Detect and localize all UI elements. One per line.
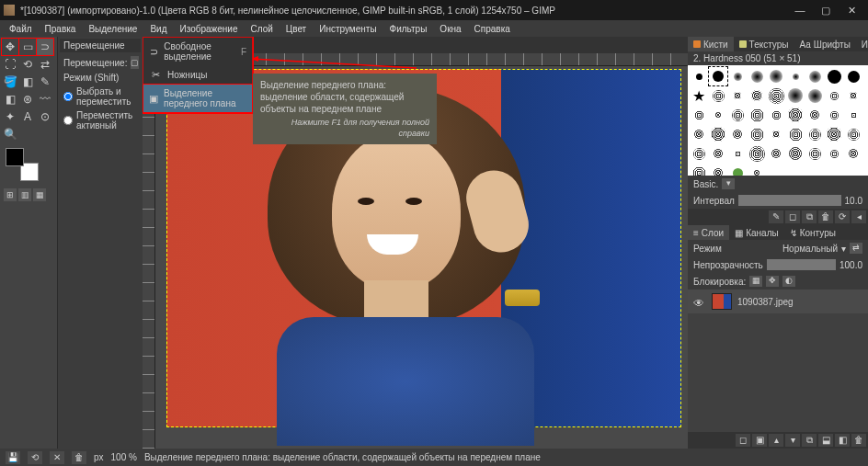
tool-move[interactable]: ✥ <box>2 39 18 55</box>
brush-cell[interactable] <box>844 67 862 85</box>
brush-refresh-icon[interactable]: ⟳ <box>835 210 850 223</box>
interval-slider[interactable] <box>738 195 841 206</box>
menu-file[interactable]: Файл <box>4 22 38 36</box>
tool-eraser[interactable]: ◧ <box>2 91 18 108</box>
brush-cell[interactable] <box>805 106 824 124</box>
brush-cell[interactable] <box>767 67 785 85</box>
brush-cell[interactable] <box>690 164 708 176</box>
tooloptions-tab-icon[interactable]: ⊞ <box>4 188 17 201</box>
brush-cell[interactable] <box>728 164 747 176</box>
brush-cell[interactable] <box>690 86 708 105</box>
layer-visibility-icon[interactable]: 👁 <box>693 297 706 306</box>
brush-cell[interactable] <box>825 144 843 163</box>
flyout-scissors[interactable]: ✂Ножницы <box>143 65 252 85</box>
tab-patterns[interactable]: Текстуры <box>734 37 794 51</box>
brush-cell[interactable] <box>767 106 785 124</box>
tool-rect-select[interactable]: ▭ <box>19 39 36 55</box>
brush-cell[interactable] <box>844 86 862 105</box>
fg-color[interactable] <box>6 148 24 166</box>
tool-pencil[interactable]: ✎ <box>37 74 53 90</box>
close-button[interactable]: ✕ <box>839 2 864 18</box>
lock-pos-icon[interactable]: ✥ <box>766 276 779 287</box>
status-close-icon[interactable]: ✕ <box>50 451 64 464</box>
tool-flip[interactable]: ⇄ <box>37 56 53 73</box>
brush-edit-icon[interactable]: ✎ <box>769 210 783 223</box>
tool-free-select[interactable]: ⊃ <box>37 39 53 55</box>
layer-name[interactable]: 1090387.jpeg <box>737 297 794 307</box>
layer-down-icon[interactable]: ▾ <box>785 434 800 447</box>
brush-cell[interactable] <box>805 125 824 143</box>
brush-cell[interactable] <box>767 144 785 163</box>
status-revert-icon[interactable]: ⟲ <box>28 451 42 464</box>
mode-chevron-icon[interactable]: ▾ <box>841 244 846 254</box>
brush-cell[interactable] <box>825 86 843 105</box>
brush-cell[interactable] <box>844 144 862 163</box>
brush-cell[interactable] <box>825 106 843 124</box>
menu-tools[interactable]: Инструменты <box>314 22 382 36</box>
brush-cell[interactable] <box>690 125 708 143</box>
tool-gradient[interactable]: ◧ <box>19 74 36 90</box>
brush-cell[interactable] <box>728 106 747 124</box>
brush-cell[interactable] <box>748 144 766 163</box>
status-unit[interactable]: px <box>94 452 104 462</box>
tab-brushes[interactable]: Кисти <box>688 37 734 51</box>
tool-text[interactable]: A <box>19 108 36 125</box>
brush-cell[interactable] <box>748 164 766 176</box>
brush-cell[interactable] <box>728 144 747 163</box>
brush-cell[interactable] <box>786 86 805 105</box>
layer-merge-icon[interactable]: ⬓ <box>818 434 833 447</box>
tab-layers[interactable]: ≡Слои <box>688 225 729 240</box>
brush-cell[interactable] <box>709 67 727 85</box>
menu-filters[interactable]: Фильтры <box>384 22 433 36</box>
brush-new-icon[interactable]: ◻ <box>785 210 800 223</box>
tab-fonts[interactable]: AaШрифты <box>794 37 856 51</box>
tool-path[interactable]: ✦ <box>2 108 18 125</box>
brush-cell[interactable] <box>728 125 747 143</box>
tab-paths[interactable]: ↯Контуры <box>784 225 841 240</box>
layer-group-icon[interactable]: ▣ <box>752 434 767 447</box>
tool-rotate[interactable]: ⟲ <box>19 56 36 73</box>
move-layer-icon[interactable]: ▢ <box>131 56 139 69</box>
menu-view[interactable]: Вид <box>144 22 172 36</box>
brush-cell[interactable] <box>709 106 727 124</box>
brush-del-icon[interactable]: 🗑 <box>818 210 833 223</box>
tool-zoom[interactable]: 🔍 <box>2 126 18 142</box>
brush-cell[interactable] <box>690 106 708 124</box>
brush-cell[interactable] <box>709 164 727 176</box>
flyout-free-select[interactable]: ⊃Свободное выделениеF <box>143 38 252 65</box>
brush-cell[interactable] <box>748 67 766 85</box>
brush-cell[interactable] <box>786 125 805 143</box>
tab-history[interactable]: История <box>856 37 868 51</box>
menu-layer[interactable]: Слой <box>245 22 278 36</box>
brush-cell[interactable] <box>825 67 843 85</box>
brush-cell[interactable] <box>728 86 747 105</box>
tool-bucket[interactable]: 🪣 <box>2 74 18 90</box>
device-tab-icon[interactable]: ▥ <box>18 188 31 201</box>
menu-windows[interactable]: Окна <box>434 22 466 36</box>
fg-bg-colors[interactable] <box>6 148 39 181</box>
tool-crop[interactable]: ⛶ <box>2 56 18 73</box>
brush-grid[interactable] <box>688 65 868 176</box>
basic-label[interactable]: Basic. <box>693 179 718 189</box>
layer-mask-icon[interactable]: ◧ <box>835 434 850 447</box>
brush-dup-icon[interactable]: ⧉ <box>802 210 817 223</box>
radio-move-active[interactable] <box>63 116 73 125</box>
brush-cell[interactable] <box>786 106 805 124</box>
layer-new-icon[interactable]: ◻ <box>736 434 750 447</box>
status-zoom[interactable]: 100 % <box>111 452 137 462</box>
status-save-icon[interactable]: 💾 <box>6 451 20 464</box>
brush-menu-icon[interactable]: ▾ <box>722 178 735 189</box>
layer-up-icon[interactable]: ▴ <box>769 434 783 447</box>
brush-cell[interactable] <box>748 106 766 124</box>
mode-swap-icon[interactable]: ⇄ <box>850 243 862 254</box>
menu-edit[interactable]: Правка <box>40 22 82 36</box>
menu-image[interactable]: Изображение <box>174 22 243 36</box>
brush-cell[interactable] <box>844 106 862 124</box>
brush-cell[interactable] <box>786 67 805 85</box>
lock-pixel-icon[interactable]: ▦ <box>749 276 762 287</box>
menu-select[interactable]: Выделение <box>83 22 143 36</box>
maximize-button[interactable]: ▢ <box>813 2 839 18</box>
brush-more-icon[interactable]: ◂ <box>851 210 866 223</box>
menu-help[interactable]: Справка <box>469 22 516 36</box>
minimize-button[interactable]: — <box>787 2 813 18</box>
